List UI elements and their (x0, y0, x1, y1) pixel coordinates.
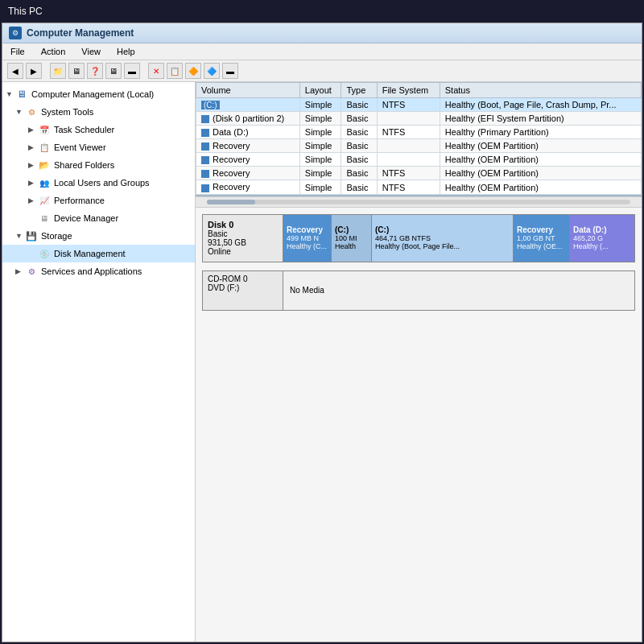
tree-item-event-viewer[interactable]: ▶ 📋 Event Viewer (2, 138, 195, 156)
cell-type: Basic (341, 167, 377, 180)
cell-layout: Simple (299, 180, 341, 194)
disk0-name: Disk 0 (208, 220, 278, 229)
pb4-status: Healthy (... (573, 242, 631, 250)
cell-status: Healthy (OEM Partition) (440, 167, 641, 180)
btn-delete[interactable]: ✕ (148, 63, 164, 79)
cell-layout: Simple (299, 167, 341, 180)
tree-item-local-users[interactable]: ▶ 👥 Local Users and Groups (2, 174, 195, 192)
tree-services-label: Services and Applications (41, 266, 142, 276)
pb0-status: Healthy (C... (287, 242, 328, 250)
pb2-size: 464,71 GB NTFS (375, 234, 510, 242)
tree-panel: ▼ 🖥 Computer Management (Local) ▼ ⚙ Syst… (2, 82, 196, 642)
cell-type: Basic (341, 153, 377, 167)
pb0-size: 499 MB N (287, 234, 328, 242)
col-fs[interactable]: File System (377, 83, 440, 98)
system-tools-icon: ⚙ (25, 105, 38, 118)
cell-status: Healthy (OEM Partition) (440, 180, 641, 194)
menu-view[interactable]: View (78, 45, 104, 58)
disk0-status: Online (208, 247, 278, 256)
cell-volume: (C:) (196, 98, 300, 112)
local-users-icon: 👥 (38, 176, 51, 189)
tree-item-disk-management[interactable]: ▶ 💿 Disk Management (2, 245, 195, 262)
pb0-label: Recovery (287, 225, 328, 234)
title-bar: ⚙ Computer Management (2, 23, 642, 43)
btn-properties[interactable]: 📋 (167, 63, 183, 79)
cell-status: Healthy (OEM Partition) (440, 153, 641, 167)
btn-refresh[interactable]: 🔶 (185, 63, 201, 79)
cdrom-status: No Media (290, 286, 324, 295)
col-layout[interactable]: Layout (299, 83, 341, 98)
btn-settings[interactable]: 🔷 (204, 63, 220, 79)
table-row[interactable]: Data (D:)SimpleBasicNTFSHealthy (Primary… (196, 126, 642, 139)
tree-root[interactable]: ▼ 🖥 Computer Management (Local) (2, 85, 195, 103)
cell-fs: NTFS (377, 167, 440, 180)
tree-system-tools-label: System Tools (41, 107, 93, 117)
tree-item-device-manager[interactable]: ▶ 🖥 Device Manager (2, 209, 195, 227)
table-row[interactable]: (C:)SimpleBasicNTFSHealthy (Boot, Page F… (196, 98, 642, 112)
tree-task-scheduler-label: Task Scheduler (54, 125, 114, 134)
btn-show-hide[interactable]: 🖥 (68, 63, 85, 79)
disk-management-icon: 💿 (38, 247, 51, 260)
col-volume[interactable]: Volume (196, 83, 300, 98)
pb2-label: (C:) (375, 225, 510, 234)
table-row[interactable]: RecoverySimpleBasicNTFSHealthy (OEM Part… (196, 180, 642, 194)
tree-item-performance[interactable]: ▶ 📈 Performance (2, 192, 195, 209)
performance-icon: 📈 (38, 194, 51, 207)
cell-fs (377, 153, 440, 167)
cell-volume: Recovery (196, 167, 300, 180)
menu-action[interactable]: Action (38, 45, 69, 58)
tree-item-system-tools[interactable]: ▼ ⚙ System Tools (2, 103, 195, 121)
partition-c-main[interactable]: (C:) 464,71 GB NTFS Healthy (Boot, Page … (372, 215, 514, 262)
device-manager-icon: 🖥 (38, 212, 51, 225)
cell-layout: Simple (299, 98, 341, 112)
cell-status: Healthy (Boot, Page File, Crash Dump, Pr… (440, 98, 641, 112)
horizontal-scrollbar[interactable] (196, 196, 642, 208)
pb3-size: 1,00 GB NT (517, 234, 566, 242)
table-row[interactable]: (Disk 0 partition 2)SimpleBasicHealthy (… (196, 112, 642, 126)
partition-data[interactable]: Data (D:) 465,20 G Healthy (... (570, 215, 634, 262)
scroll-thumb[interactable] (207, 200, 255, 204)
cdrom-visual: CD-ROM 0 DVD (F:) No Media (202, 270, 635, 311)
btn-view[interactable]: ▬ (124, 63, 140, 79)
partition-recovery-1gb[interactable]: Recovery 1,00 GB NT Healthy (OE... (514, 215, 570, 262)
tree-item-storage[interactable]: ▼ 💾 Storage (2, 227, 195, 245)
cell-volume: Recovery (196, 139, 300, 153)
menu-help[interactable]: Help (114, 45, 138, 58)
cell-fs (377, 139, 440, 153)
btn-forward[interactable]: ▶ (26, 63, 42, 79)
pb1-size: 100 MI (335, 234, 368, 242)
window-title: Computer Management (27, 27, 134, 39)
menu-bar: File Action View Help (2, 43, 642, 60)
scroll-track (207, 200, 630, 204)
cdrom-row: CD-ROM 0 DVD (F:) No Media (202, 270, 635, 311)
btn-more[interactable]: ▬ (222, 63, 238, 79)
cdrom-name: CD-ROM 0 (208, 275, 278, 283)
col-status[interactable]: Status (440, 83, 641, 98)
computer-icon: 🖥 (15, 88, 28, 101)
partition-efi[interactable]: (C:) 100 MI Health (332, 215, 372, 262)
cell-type: Basic (341, 126, 377, 139)
pb2-status: Healthy (Boot, Page File... (375, 242, 510, 250)
table-row[interactable]: RecoverySimpleBasicHealthy (OEM Partitio… (196, 153, 642, 167)
pb3-label: Recovery (517, 225, 566, 234)
menu-file[interactable]: File (7, 45, 28, 58)
app-icon: ⚙ (9, 27, 22, 39)
tree-item-task-scheduler[interactable]: ▶ 📅 Task Scheduler (2, 121, 195, 138)
cell-status: Healthy (EFI System Partition) (440, 112, 641, 126)
tree-item-services[interactable]: ▶ ⚙ Services and Applications (2, 262, 195, 280)
taskbar-title: This PC (8, 6, 43, 17)
table-row[interactable]: RecoverySimpleBasicHealthy (OEM Partitio… (196, 139, 642, 153)
table-row[interactable]: RecoverySimpleBasicNTFSHealthy (OEM Part… (196, 167, 642, 180)
disk0-info: Disk 0 Basic 931,50 GB Online (203, 215, 283, 262)
btn-back[interactable]: ◀ (7, 63, 23, 79)
cell-type: Basic (341, 112, 377, 126)
btn-up[interactable]: 📁 (50, 63, 66, 79)
tree-item-shared-folders[interactable]: ▶ 📂 Shared Folders (2, 156, 195, 174)
content-area: ▼ 🖥 Computer Management (Local) ▼ ⚙ Syst… (2, 82, 642, 642)
col-type[interactable]: Type (341, 83, 377, 98)
disk0-row: Disk 0 Basic 931,50 GB Online Recovery 4… (202, 214, 635, 262)
btn-export[interactable]: 🖥 (105, 63, 122, 79)
partition-recovery-small[interactable]: Recovery 499 MB N Healthy (C... (283, 215, 332, 262)
pb3-status: Healthy (OE... (517, 242, 566, 250)
btn-help[interactable]: ❓ (87, 63, 103, 79)
